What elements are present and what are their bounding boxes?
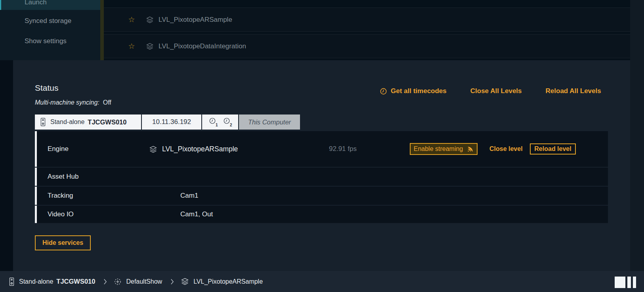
right-edge-strip	[630, 0, 644, 271]
level-name: LVL_PixotopeARSample	[159, 16, 232, 24]
timecode-1-number: 1	[216, 123, 218, 127]
bottom-status-bar: Stand-alone TJCGWS010 DefaultShow	[0, 271, 644, 292]
level-layers-icon	[149, 145, 157, 153]
sidebar-item-synced-storage[interactable]: Synced storage	[0, 13, 100, 29]
chevron-right-icon	[170, 279, 174, 285]
machine-name: TJCGWS010	[88, 118, 126, 126]
sidebar-divider	[100, 0, 104, 60]
layout-rect-small	[633, 277, 636, 288]
panel-title: Status	[35, 83, 59, 93]
engine-fps: 92.91 fps	[329, 145, 357, 153]
service-name: Tracking	[48, 192, 73, 200]
machine-mode: Stand-alone	[50, 118, 84, 126]
service-name: Asset Hub	[48, 173, 78, 181]
engine-level: LVL_PixotopeARSample	[139, 145, 238, 153]
sidebar-item-launch[interactable]: Launch	[0, 0, 100, 10]
favorite-star-icon[interactable]: ☆	[128, 15, 136, 24]
statusbar-machine-name: TJCGWS010	[56, 278, 95, 285]
streaming-rss-icon	[467, 146, 474, 153]
panel-actions: Get all timecodes Close All Levels Reloa…	[380, 87, 601, 95]
service-row-video-io: Video IO Cam1, Out	[35, 206, 608, 223]
multi-machine-syncing: Multi-machine syncing:Off	[35, 99, 111, 106]
panel-layout-icon[interactable]	[615, 277, 636, 288]
favorite-star-icon[interactable]: ☆	[128, 42, 136, 51]
level-layers-icon	[181, 277, 189, 286]
level-list-row[interactable]: ☆ LVL_PixotopeDataIntegration	[104, 34, 630, 58]
this-computer-tag: This Computer	[239, 115, 300, 130]
sidebar-item-show-settings[interactable]: Show settings	[0, 33, 100, 49]
service-row-tracking: Tracking Cam1	[35, 187, 608, 205]
service-value: Cam1, Out	[180, 210, 213, 218]
syncing-value: Off	[103, 99, 111, 106]
reload-all-levels-button[interactable]: Reload All Levels	[546, 87, 601, 95]
pixotope-director-window: Launch Synced storage Show settings ☆ LV…	[0, 0, 644, 292]
status-panel: Status Multi-machine syncing:Off Get all…	[13, 60, 630, 271]
level-layers-icon	[146, 16, 154, 24]
machine-bar: Stand-alone TJCGWS010 10.11.36.192 1 2	[35, 115, 300, 130]
statusbar-show-name: DefaultShow	[126, 278, 162, 285]
get-all-timecodes-button[interactable]: Get all timecodes	[380, 87, 447, 95]
timecode-2-number: 2	[230, 123, 232, 127]
level-name: LVL_PixotopeDataIntegration	[159, 42, 246, 50]
layout-rect-large	[615, 277, 625, 288]
service-value: Cam1	[180, 192, 198, 200]
close-all-levels-button[interactable]: Close All Levels	[470, 87, 522, 95]
statusbar-mode: Stand-alone	[19, 278, 53, 285]
workstation-icon	[40, 118, 46, 126]
engine-level-name: LVL_PixotopeARSample	[162, 145, 238, 153]
statusbar-level[interactable]: LVL_PixotopeARSample	[181, 277, 263, 286]
service-name: Engine	[48, 145, 69, 153]
sidebar: Launch Synced storage Show settings	[0, 0, 100, 60]
level-list: ☆ LVL_PixotopeARSample ☆ LVL_PixotopeDat…	[104, 0, 630, 60]
timecode-2-icon[interactable]: 2	[223, 117, 232, 127]
syncing-label: Multi-machine syncing:	[35, 99, 99, 106]
service-name: Video IO	[48, 210, 74, 218]
statusbar-show[interactable]: DefaultShow	[114, 278, 162, 286]
machine-ip-segment: 10.11.36.192	[142, 115, 201, 130]
service-row-engine: Engine LVL_PixotopeARSample 92.91 fps En…	[35, 131, 608, 167]
get-all-timecodes-label: Get all timecodes	[391, 87, 447, 95]
service-row-asset-hub: Asset Hub	[35, 168, 608, 186]
level-layers-icon	[146, 42, 154, 50]
machine-ip: 10.11.36.192	[152, 118, 191, 126]
statusbar-machine[interactable]: Stand-alone TJCGWS010	[9, 277, 95, 286]
level-list-row[interactable]: ☆ LVL_PixotopeARSample	[104, 8, 630, 32]
timecode-1-icon[interactable]: 1	[209, 117, 218, 127]
workstation-icon	[9, 277, 15, 286]
enable-streaming-label: Enable streaming	[414, 145, 463, 153]
enable-streaming-button[interactable]: Enable streaming	[410, 143, 478, 155]
machine-segment[interactable]: Stand-alone TJCGWS010	[35, 115, 141, 130]
timecode-segment: 1 2	[202, 115, 238, 130]
reload-level-button[interactable]: Reload level	[530, 143, 576, 155]
statusbar-level-name: LVL_PixotopeARSample	[193, 278, 263, 285]
show-gizmo-icon	[114, 278, 122, 286]
layout-rect-mid	[627, 277, 631, 288]
hide-services-button[interactable]: Hide services	[35, 235, 91, 250]
close-level-button[interactable]: Close level	[489, 145, 523, 153]
chevron-right-icon	[103, 279, 107, 285]
services-table: Engine LVL_PixotopeARSample 92.91 fps En…	[35, 131, 608, 224]
clock-icon	[380, 88, 387, 95]
